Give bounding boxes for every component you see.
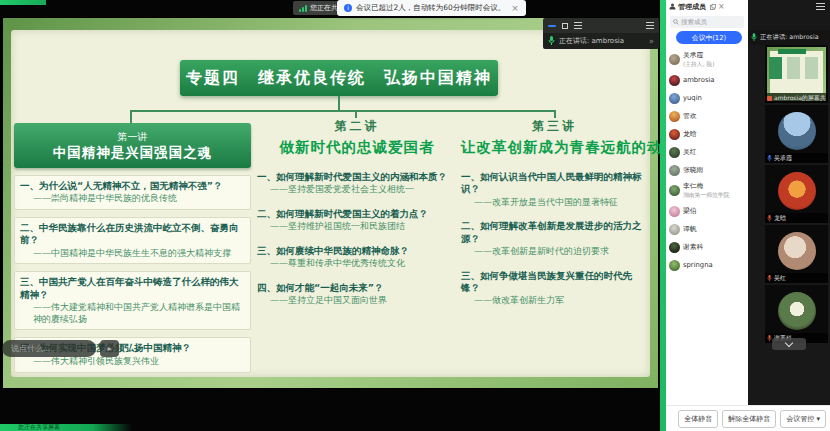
search-icon [673, 19, 679, 25]
minimize-icon[interactable] [548, 25, 556, 27]
screen-share-tile[interactable]: ambrosia的屏幕共享 [765, 45, 828, 103]
question: 二、中华民族靠什么在历史洪流中屹立不倒、奋勇向前？ [20, 222, 245, 247]
video-tile[interactable]: 吴承霞 [765, 105, 828, 163]
search-input[interactable] [681, 18, 739, 26]
answer: ——改革开放是当代中国的显著特征 [461, 197, 648, 209]
slide-body: 专题四 继承优良传统 弘扬中国精神 第一讲 中国精神是兴国强国之魂 一、为什么说… [11, 30, 650, 377]
active-speaker-bar: 正在讲话: ambrosia » [543, 33, 659, 49]
avatar [669, 242, 680, 253]
participant-name: 龙晗 [683, 129, 697, 139]
question: 二、如何理解新时代爱国主义的着力点？ [257, 208, 457, 220]
avatar [778, 292, 816, 330]
popout-icon[interactable] [710, 4, 716, 10]
tile-label: 吴红 [765, 273, 828, 283]
video-tile[interactable]: 吴红 [765, 225, 828, 283]
participant-name: 梁伯 [683, 206, 697, 216]
lecture-1-header: 第一讲 中国精神是兴国强国之魂 [14, 123, 251, 168]
participant-row[interactable]: 谭帆 [666, 220, 748, 238]
avatar [669, 206, 680, 217]
participant-row[interactable]: ambrosia [666, 71, 748, 89]
slide-title: 专题四 继承优良传统 弘扬中国精神 [186, 68, 492, 89]
expand-arrows-icon[interactable]: » [649, 37, 654, 46]
member-panel: 管理成员 × 会议中(12) 吴承霞 [666, 0, 748, 405]
participant-row[interactable]: 李仁梅 湖南第一师范学院 [666, 179, 748, 202]
answer: ——崇尚精神是中华民族的优良传统 [20, 193, 245, 205]
strip-active-speaker: 正在讲话: ambrosia [748, 30, 830, 45]
participant-name: 吴红 [683, 147, 697, 157]
collapse-strip-button[interactable] [772, 338, 806, 350]
members-icon [669, 3, 676, 10]
window-controls [543, 18, 659, 33]
strip-speaker-label: 正在讲话: ambrosia [760, 33, 819, 42]
answer: ——改革创新是新时代的迫切要求 [461, 246, 648, 258]
lecture-column-2: 第二讲 做新时代的忠诚爱国者 一、如何理解新时代爱国主义的内涵和本质？ ——坚持… [257, 118, 457, 319]
participant-row[interactable]: 吴承霞 (主持人, 我) [666, 48, 748, 71]
share-icon [767, 96, 772, 101]
answer: ——尊重和传承中华优秀传统文化 [257, 258, 457, 270]
lecture-3-number: 第三讲 [461, 118, 648, 135]
participant-row[interactable]: 谢素科 [666, 238, 748, 256]
avatar [778, 232, 816, 270]
participant-row[interactable]: yuqin [666, 89, 748, 107]
tab-in-meeting-label: 会议中(12) [692, 33, 726, 43]
lecture-column-3: 第三讲 让改革创新成为青春远航的动力 一、如何认识当代中国人民最鲜明的精神标识？… [461, 118, 648, 319]
question: 三、如何争做堪当民族复兴重任的时代先锋？ [461, 270, 648, 295]
video-tile[interactable]: 龙晗 [765, 165, 828, 223]
tile-name: 吴承霞 [774, 154, 792, 163]
answer: ——坚持爱国爱党爱社会主义相统一 [257, 184, 457, 196]
avatar [778, 112, 816, 150]
lecture-2-title: 做新时代的忠诚爱国者 [257, 138, 457, 157]
slide-frame: 专题四 继承优良传统 弘扬中国精神 第一讲 中国精神是兴国强国之魂 一、为什么说… [3, 18, 658, 388]
participant-name: 李仁梅 [683, 181, 729, 191]
mic-status-icon [767, 215, 772, 222]
connector-line [338, 96, 340, 110]
avatar [669, 185, 680, 196]
question: 三、中国共产党人在百年奋斗中铸造了什么样的伟大精神？ [20, 276, 245, 301]
unmute-all-button[interactable]: 解除全体静音 [722, 410, 776, 428]
sidebar-footer: 全体静音 解除全体静音 会议管控 ▾ [666, 405, 830, 431]
qa-item: 三、如何争做堪当民族复兴重任的时代先锋？ ——做改革创新生力军 [461, 270, 648, 307]
video-tile[interactable]: 谢素科 [765, 285, 828, 343]
question: 四、如何才能“一起向未来”？ [257, 282, 457, 294]
qa-item: 一、如何认识当代中国人民最鲜明的精神标识？ ——改革开放是当代中国的显著特征 [461, 171, 648, 208]
qa-item: 三、如何赓续中华民族的精神命脉？ ——尊重和传承中华优秀传统文化 [257, 245, 457, 270]
mute-all-button[interactable]: 全体静音 [678, 410, 718, 428]
chat-emoji-button[interactable]: ▸ [100, 340, 119, 357]
chat-input[interactable] [2, 340, 96, 357]
hamburger-icon[interactable] [816, 3, 825, 10]
member-panel-title: 管理成员 [678, 2, 706, 12]
connector-line [554, 110, 556, 118]
restore-icon[interactable] [562, 23, 568, 29]
answer: ——伟大建党精神和中国共产党人精神谱系是中国精神的赓续弘扬 [20, 302, 245, 325]
participant-row[interactable]: springna [666, 256, 748, 274]
avatar [669, 93, 680, 104]
participant-name: 谢素科 [683, 242, 703, 252]
question: 一、如何认识当代中国人民最鲜明的精神标识？ [461, 171, 648, 196]
list-view-icon[interactable] [574, 22, 582, 29]
participant-row[interactable]: 张晓雨 [666, 161, 748, 179]
participant-name: 谭帆 [683, 224, 697, 234]
participant-name: 管欢 [683, 111, 697, 121]
meeting-control-button[interactable]: 会议管控 ▾ [780, 410, 826, 428]
avatar [669, 54, 680, 65]
participant-name: 张晓雨 [683, 165, 703, 175]
microphone-icon [548, 36, 555, 46]
question: 一、为什么说“人无精神不立，国无精神不强”？ [20, 180, 245, 192]
layout-icon[interactable] [646, 22, 654, 29]
share-border-top [0, 0, 46, 5]
chat-overlay: ▸ [2, 340, 119, 357]
tile-label: 吴承霞 [765, 153, 828, 163]
participant-row[interactable]: 吴红 [666, 143, 748, 161]
info-icon: i [344, 4, 352, 12]
close-icon[interactable]: × [718, 2, 725, 11]
toast-close-icon[interactable]: × [511, 3, 519, 13]
participant-row[interactable]: 龙晗 [666, 125, 748, 143]
tab-in-meeting[interactable]: 会议中(12) [676, 31, 742, 44]
participant-name: yuqin [683, 94, 702, 102]
participant-row[interactable]: 梁伯 [666, 202, 748, 220]
search-box [670, 16, 744, 28]
floating-speaker-panel: 正在讲话: ambrosia » [543, 18, 659, 49]
participant-row[interactable]: 管欢 [666, 107, 748, 125]
lecture-3-title: 让改革创新成为青春远航的动力 [461, 138, 648, 157]
signal-icon [299, 5, 307, 12]
